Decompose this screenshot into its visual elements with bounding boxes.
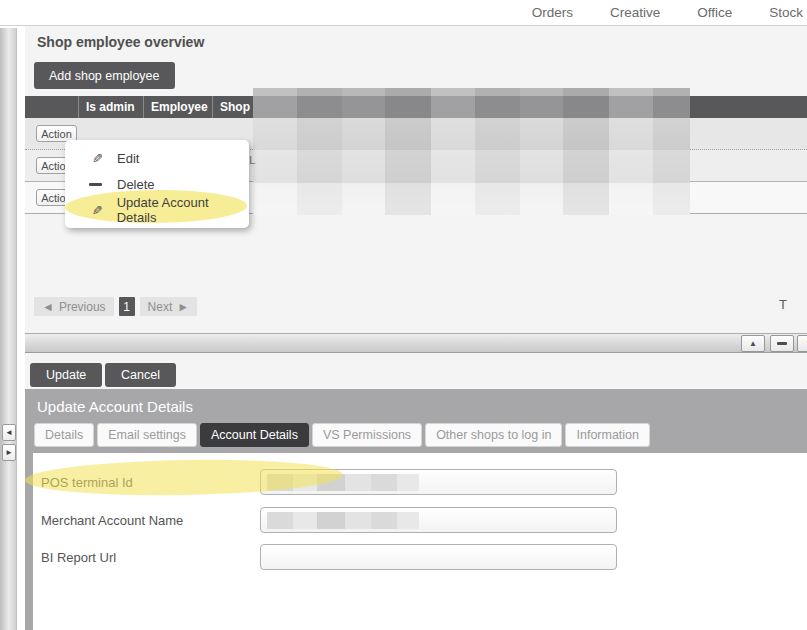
nav-item-orders[interactable]: Orders <box>532 5 573 20</box>
page-title: Shop employee overview <box>37 34 204 50</box>
dash-icon <box>89 183 102 186</box>
redaction-mosaic <box>267 474 419 491</box>
current-page-button[interactable]: 1 <box>119 297 135 316</box>
panel-title: Update Account Details <box>25 389 807 423</box>
update-button[interactable]: Update <box>30 363 102 387</box>
menu-item-update-account-details[interactable]: ✎ Update Account Details <box>65 197 249 223</box>
top-navigation: Orders Creative Office Stock <box>0 0 807 26</box>
pagination: ◄ Previous 1 Next ► <box>34 297 197 316</box>
collapse-up-icon[interactable]: ▲ <box>741 335 765 352</box>
next-arrow-icon: ► <box>177 300 189 314</box>
tab-information[interactable]: Information <box>565 423 650 447</box>
redaction-mosaic <box>267 512 419 529</box>
bi-report-url-label: BI Report Url <box>41 550 116 565</box>
next-page-button[interactable]: Next ► <box>140 297 198 316</box>
menu-item-edit[interactable]: ✎ Edit <box>65 145 249 171</box>
previous-page-button[interactable]: ◄ Previous <box>34 297 114 316</box>
tab-other-shops[interactable]: Other shops to log in <box>425 423 562 447</box>
redaction-mosaic <box>253 88 690 215</box>
add-shop-employee-button[interactable]: Add shop employee <box>34 62 175 89</box>
previous-label: Previous <box>59 300 106 314</box>
next-label: Next <box>148 300 173 314</box>
cancel-button[interactable]: Cancel <box>105 363 176 387</box>
update-account-details-panel: Update Account Details Details Email set… <box>25 389 807 630</box>
pencil-icon: ✎ <box>89 151 103 166</box>
menu-item-delete[interactable]: Delete <box>65 171 249 197</box>
nav-item-office[interactable]: Office <box>697 5 732 20</box>
table-header-is-admin: Is admin <box>78 96 143 118</box>
minus-bar <box>777 342 787 345</box>
collapse-left-icon[interactable]: ◄ <box>2 424 16 441</box>
total-text-fragment: T <box>779 297 787 312</box>
merchant-account-name-label: Merchant Account Name <box>41 513 183 528</box>
panel-body: POS terminal Id Merchant Account Name BI… <box>33 453 807 630</box>
left-splitter-strip[interactable]: ◄ ► <box>0 28 17 630</box>
pencil-icon: ✎ <box>89 203 103 218</box>
menu-item-label: Edit <box>117 151 139 166</box>
row-context-menu: ✎ Edit Delete ✎ Update Account Details <box>65 140 249 228</box>
table-header-action <box>25 96 78 118</box>
expand-right-icon[interactable]: ► <box>2 444 16 461</box>
bi-report-url-input[interactable] <box>260 544 617 570</box>
tab-details[interactable]: Details <box>34 423 94 447</box>
tab-account-details[interactable]: Account Details <box>200 423 309 447</box>
collapse-down-icon[interactable]: ▼ <box>797 335 807 352</box>
merchant-account-name-input[interactable] <box>260 507 617 533</box>
nav-item-creative[interactable]: Creative <box>610 5 660 20</box>
tab-vs-permissions[interactable]: VS Permissions <box>312 423 422 447</box>
pos-terminal-id-input[interactable] <box>260 469 617 495</box>
prev-arrow-icon: ◄ <box>42 300 54 314</box>
minimize-icon[interactable] <box>770 335 794 352</box>
table-header-employee: Employee <box>143 96 212 118</box>
menu-item-label: Delete <box>117 177 155 192</box>
panel-tabs: Details Email settings Account Details V… <box>25 423 807 447</box>
menu-item-label: Update Account Details <box>117 195 249 225</box>
main-content: Shop employee overview Add shop employee… <box>25 26 807 630</box>
pos-terminal-id-label: POS terminal Id <box>41 475 133 490</box>
horizontal-splitter[interactable]: ▲ ▼ <box>25 333 807 353</box>
tab-email-settings[interactable]: Email settings <box>97 423 197 447</box>
app-window: Orders Creative Office Stock ◄ ► Shop em… <box>0 0 807 630</box>
nav-item-stock[interactable]: Stock <box>769 5 803 20</box>
